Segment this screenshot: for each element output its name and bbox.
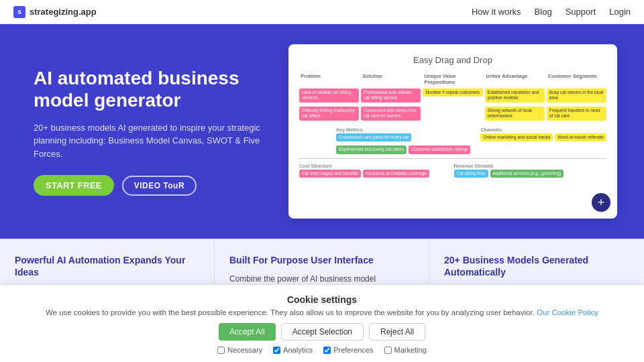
problem-tag-1: Lack of reliable cat sitting services bbox=[299, 88, 359, 105]
cost-label: Cost Structure bbox=[299, 164, 452, 168]
accept-all-button[interactable]: Accept All bbox=[219, 323, 276, 341]
cookie-desc: We use cookies to provide you with the b… bbox=[13, 308, 631, 316]
cookie-policy-link[interactable]: Our Cookie Policy bbox=[537, 308, 598, 316]
necessary-checkbox[interactable] bbox=[217, 347, 225, 354]
cookie-title: Cookie settings bbox=[13, 294, 631, 305]
necessary-label: Necessary bbox=[227, 346, 262, 354]
key-metrics-label: Key Metrics bbox=[336, 127, 478, 132]
col-segments: Customer Segments bbox=[547, 72, 606, 86]
cost-tag-1: Cat sitter wages and benefits bbox=[299, 170, 361, 178]
revenue-label: Revenue Streams bbox=[454, 164, 607, 168]
cost-structure: Cost Structure Cat sitter wages and bene… bbox=[299, 161, 452, 180]
preferences-label: Preferences bbox=[333, 346, 373, 354]
revenue-tag-2: Additional services (e.g., grooming) bbox=[490, 170, 564, 178]
metric-tag-3: Customer satisfaction ratings bbox=[409, 145, 470, 154]
channel-tag-1: Online marketing and social media bbox=[480, 133, 553, 141]
canvas-card-title: Easy Drag and Drop bbox=[299, 55, 606, 65]
cookie-option-preferences[interactable]: Preferences bbox=[323, 346, 373, 354]
hero-subtitle: 20+ business models AI generated to insp… bbox=[34, 121, 262, 161]
canvas-preview-card: Easy Drag and Drop Problem Solution Uniq… bbox=[288, 44, 617, 219]
metric-tag-2: Experienced and loving cat sitters bbox=[336, 145, 407, 154]
hero-left: AI automated business model generator 20… bbox=[34, 67, 262, 196]
brand-name: strategizing.app bbox=[30, 7, 97, 17]
col-unfair: Unfair Advantage bbox=[485, 72, 545, 86]
metric-tag-1: Customized care plans for every cat bbox=[336, 133, 411, 141]
hero-section: AI automated business model generator 20… bbox=[0, 24, 644, 239]
nav-support[interactable]: Support bbox=[566, 7, 596, 17]
cost-tag-2: Insurance and liability coverage bbox=[363, 170, 429, 178]
marketing-checkbox[interactable] bbox=[384, 347, 392, 354]
nav-how-it-works[interactable]: How it works bbox=[472, 7, 521, 17]
solution-tag-2: Convenient and stress-free cat care for … bbox=[361, 107, 421, 123]
hero-buttons: START FREE VIDEO TouR bbox=[34, 175, 262, 196]
cookie-options: Necessary Analytics Preferences Marketin… bbox=[13, 346, 631, 354]
col-uvp: Unique Value Propositions bbox=[423, 72, 482, 86]
problem-tag-2: Difficulty finding trustworthy cat sitte… bbox=[299, 107, 359, 123]
col-solution: Solution bbox=[361, 72, 421, 86]
accept-selection-button[interactable]: Accept Selection bbox=[281, 323, 364, 341]
start-free-button[interactable]: START FREE bbox=[34, 175, 114, 196]
analytics-label: Analytics bbox=[283, 346, 313, 354]
nav-links: How it works Blog Support Login bbox=[472, 7, 631, 17]
nav-blog[interactable]: Blog bbox=[535, 7, 552, 17]
channel-tag-2: Word-of-mouth referrals bbox=[555, 133, 606, 141]
revenue-streams: Revenue Streams Cat sitting fees Additio… bbox=[454, 161, 607, 180]
video-tour-button[interactable]: VIDEO TouR bbox=[122, 176, 197, 196]
segment-tag-1: Busy cat owners in the local area bbox=[547, 88, 606, 105]
marketing-label: Marketing bbox=[394, 346, 427, 354]
feature-2-title: Built For Purpose User Interface bbox=[229, 254, 414, 266]
channels-label: Channels bbox=[480, 127, 606, 132]
canvas-add-button[interactable]: + bbox=[592, 193, 610, 212]
revenue-tag-1: Cat sitting fees bbox=[454, 170, 488, 178]
col-problem: Problem bbox=[299, 72, 359, 86]
solution-tag-1: Professional and reliable cat sitting se… bbox=[361, 88, 421, 105]
hero-title: AI automated business model generator bbox=[34, 67, 262, 112]
cookie-option-marketing[interactable]: Marketing bbox=[384, 346, 427, 354]
unfair-tag-2: Strong network of local veterinarians bbox=[485, 107, 545, 123]
reject-all-button[interactable]: Reject All bbox=[369, 323, 425, 341]
brand: s strategizing.app bbox=[13, 6, 97, 18]
cookie-option-necessary[interactable]: Necessary bbox=[217, 346, 262, 354]
nav-login[interactable]: Login bbox=[609, 7, 631, 17]
cookie-option-analytics[interactable]: Analytics bbox=[273, 346, 313, 354]
hero-right: Easy Drag and Drop Problem Solution Uniq… bbox=[262, 44, 617, 219]
uvp-tag-1: Number # repeat customers bbox=[423, 88, 482, 105]
feature-3-title: 20+ Business Models Generated Automatica… bbox=[444, 254, 629, 278]
brand-icon: s bbox=[13, 6, 25, 18]
segment-tag-2: Frequent travelers in need of cat care bbox=[547, 107, 606, 123]
cookie-buttons: Accept All Accept Selection Reject All bbox=[13, 323, 631, 341]
unfair-tag-1: Established reputation and positive revi… bbox=[485, 88, 545, 105]
navbar: s strategizing.app How it works Blog Sup… bbox=[0, 0, 644, 24]
cookie-banner: Cookie settings We use cookies to provid… bbox=[0, 284, 644, 362]
feature-1-title: Powerful AI Automation Expands Your Idea… bbox=[15, 254, 199, 278]
analytics-checkbox[interactable] bbox=[273, 347, 280, 354]
preferences-checkbox[interactable] bbox=[323, 347, 331, 354]
